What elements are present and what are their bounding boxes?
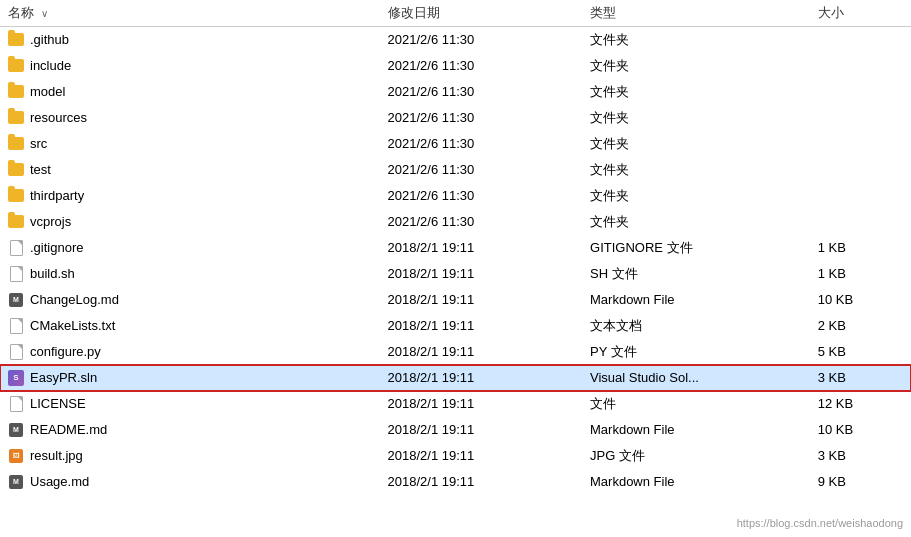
file-name: resources [30, 110, 87, 125]
table-row[interactable]: resources 2021/2/6 11:30 文件夹 [0, 105, 911, 131]
folder-icon [8, 84, 24, 100]
file-name-cell: S EasyPR.sln [0, 365, 380, 391]
image-icon: 🖼 [8, 448, 24, 464]
file-type-cell: 文件夹 [582, 27, 810, 53]
column-header-name[interactable]: 名称 ∨ [0, 0, 380, 27]
file-date-cell: 2018/2/1 19:11 [380, 339, 582, 365]
file-date-cell: 2021/2/6 11:30 [380, 105, 582, 131]
file-name-cell: include [0, 53, 380, 79]
file-size-cell [810, 183, 911, 209]
file-size-cell: 3 KB [810, 365, 911, 391]
file-type-cell: 文件夹 [582, 105, 810, 131]
table-row[interactable]: S EasyPR.sln 2018/2/1 19:11 Visual Studi… [0, 365, 911, 391]
table-row[interactable]: configure.py 2018/2/1 19:11 PY 文件 5 KB [0, 339, 911, 365]
table-row[interactable]: CMakeLists.txt 2018/2/1 19:11 文本文档 2 KB [0, 313, 911, 339]
file-name: build.sh [30, 266, 75, 281]
table-row[interactable]: M ChangeLog.md 2018/2/1 19:11 Markdown F… [0, 287, 911, 313]
file-date-cell: 2021/2/6 11:30 [380, 27, 582, 53]
file-date-cell: 2021/2/6 11:30 [380, 53, 582, 79]
column-header-size[interactable]: 大小 [810, 0, 911, 27]
folder-icon [8, 188, 24, 204]
file-date-cell: 2018/2/1 19:11 [380, 417, 582, 443]
column-header-type[interactable]: 类型 [582, 0, 810, 27]
file-size-cell [810, 79, 911, 105]
file-size-cell [810, 53, 911, 79]
file-size-cell: 9 KB [810, 469, 911, 495]
file-name-cell: thirdparty [0, 183, 380, 209]
file-size-cell: 10 KB [810, 417, 911, 443]
file-date-cell: 2018/2/1 19:11 [380, 235, 582, 261]
table-row[interactable]: build.sh 2018/2/1 19:11 SH 文件 1 KB [0, 261, 911, 287]
file-type-cell: Visual Studio Sol... [582, 365, 810, 391]
col-type-label: 类型 [590, 5, 616, 20]
file-icon [8, 396, 24, 412]
file-size-cell [810, 157, 911, 183]
file-size-cell [810, 27, 911, 53]
file-size-cell: 5 KB [810, 339, 911, 365]
file-list-table: 名称 ∨ 修改日期 类型 大小 .github 2021/2/6 11:30 文… [0, 0, 911, 495]
file-name: .gitignore [30, 240, 83, 255]
table-row[interactable]: model 2021/2/6 11:30 文件夹 [0, 79, 911, 105]
file-size-cell: 2 KB [810, 313, 911, 339]
column-header-date[interactable]: 修改日期 [380, 0, 582, 27]
file-type-cell: 文件夹 [582, 183, 810, 209]
file-date-cell: 2018/2/1 19:11 [380, 391, 582, 417]
file-type-cell: 文件 [582, 391, 810, 417]
file-date-cell: 2018/2/1 19:11 [380, 443, 582, 469]
file-name: result.jpg [30, 448, 83, 463]
file-name: test [30, 162, 51, 177]
folder-icon [8, 136, 24, 152]
watermark-text: https://blog.csdn.net/weishaodong [737, 517, 903, 529]
file-icon [8, 266, 24, 282]
file-date-cell: 2021/2/6 11:30 [380, 183, 582, 209]
file-name: src [30, 136, 47, 151]
table-row[interactable]: .github 2021/2/6 11:30 文件夹 [0, 27, 911, 53]
markdown-icon: M [8, 474, 24, 490]
file-name-cell: LICENSE [0, 391, 380, 417]
file-date-cell: 2018/2/1 19:11 [380, 469, 582, 495]
file-name: ChangeLog.md [30, 292, 119, 307]
file-date-cell: 2018/2/1 19:11 [380, 313, 582, 339]
folder-icon [8, 110, 24, 126]
file-name: README.md [30, 422, 107, 437]
file-type-cell: Markdown File [582, 469, 810, 495]
file-date-cell: 2021/2/6 11:30 [380, 209, 582, 235]
file-name: include [30, 58, 71, 73]
file-icon [8, 344, 24, 360]
file-date-cell: 2018/2/1 19:11 [380, 365, 582, 391]
file-date-cell: 2021/2/6 11:30 [380, 79, 582, 105]
folder-icon [8, 214, 24, 230]
folder-icon [8, 58, 24, 74]
col-name-label: 名称 [8, 5, 34, 20]
file-type-cell: 文本文档 [582, 313, 810, 339]
file-name: configure.py [30, 344, 101, 359]
table-row[interactable]: M Usage.md 2018/2/1 19:11 Markdown File … [0, 469, 911, 495]
file-date-cell: 2021/2/6 11:30 [380, 131, 582, 157]
file-name-cell: configure.py [0, 339, 380, 365]
file-size-cell: 1 KB [810, 261, 911, 287]
table-row[interactable]: include 2021/2/6 11:30 文件夹 [0, 53, 911, 79]
file-type-cell: SH 文件 [582, 261, 810, 287]
file-size-cell [810, 131, 911, 157]
col-date-label: 修改日期 [388, 5, 440, 20]
table-row[interactable]: LICENSE 2018/2/1 19:11 文件 12 KB [0, 391, 911, 417]
table-row[interactable]: .gitignore 2018/2/1 19:11 GITIGNORE 文件 1… [0, 235, 911, 261]
table-row[interactable]: thirdparty 2021/2/6 11:30 文件夹 [0, 183, 911, 209]
file-size-cell: 12 KB [810, 391, 911, 417]
file-name: model [30, 84, 65, 99]
file-type-cell: PY 文件 [582, 339, 810, 365]
file-name-cell: src [0, 131, 380, 157]
table-row[interactable]: M README.md 2018/2/1 19:11 Markdown File… [0, 417, 911, 443]
file-name-cell: M README.md [0, 417, 380, 443]
table-row[interactable]: vcprojs 2021/2/6 11:30 文件夹 [0, 209, 911, 235]
table-row[interactable]: src 2021/2/6 11:30 文件夹 [0, 131, 911, 157]
table-row[interactable]: test 2021/2/6 11:30 文件夹 [0, 157, 911, 183]
file-name-cell: .gitignore [0, 235, 380, 261]
file-size-cell [810, 209, 911, 235]
table-row[interactable]: 🖼 result.jpg 2018/2/1 19:11 JPG 文件 3 KB [0, 443, 911, 469]
file-name-cell: test [0, 157, 380, 183]
file-name-cell: model [0, 79, 380, 105]
file-name-cell: vcprojs [0, 209, 380, 235]
file-icon [8, 318, 24, 334]
file-type-cell: 文件夹 [582, 79, 810, 105]
